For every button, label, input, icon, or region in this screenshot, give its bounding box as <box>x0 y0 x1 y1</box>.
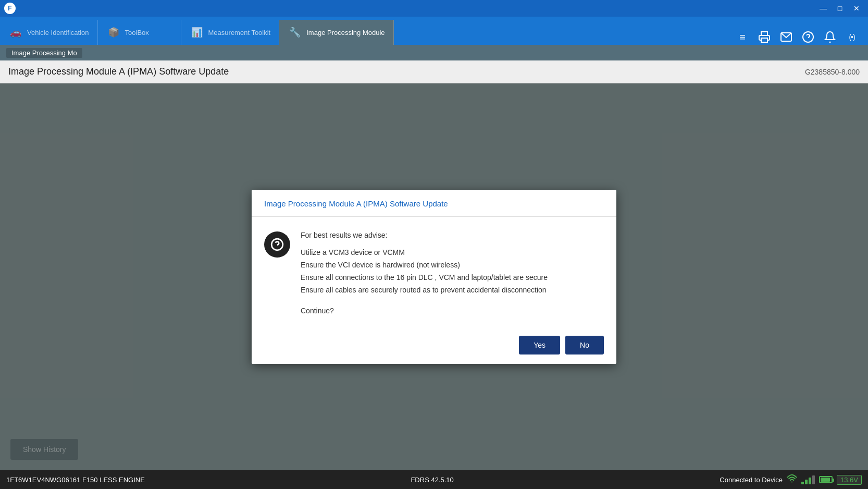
alert-icon[interactable] <box>822 29 838 45</box>
vehicle-identification-icon: 🚗 <box>8 25 23 40</box>
modal-question-icon <box>264 231 290 258</box>
tab-bar: 🚗 Vehicle Identification 📦 ToolBox 📊 Mea… <box>0 17 868 45</box>
advice-line-3: Ensure all connections to the 16 pin DLC… <box>301 272 604 284</box>
measurement-toolkit-icon: 📊 <box>190 25 204 40</box>
mail-icon[interactable] <box>778 29 794 45</box>
signal-bars <box>801 475 815 484</box>
menu-icon[interactable]: ≡ <box>735 29 750 45</box>
tab-image-processing-module[interactable]: 🔧 Image Processing Module <box>279 20 393 45</box>
voltage-display: 13.6V <box>837 475 862 485</box>
print-icon[interactable] <box>757 29 772 45</box>
advice-line-2: Ensure the VCI device is hardwired (not … <box>301 259 604 272</box>
minimize-button[interactable]: — <box>816 3 830 14</box>
connected-to-device-label: Connected to Device <box>720 476 783 484</box>
tab-toolbox[interactable]: 📦 ToolBox <box>98 20 181 45</box>
toolbox-icon: 📦 <box>106 25 121 40</box>
modal-dialog: Image Processing Module A (IPMA) Softwar… <box>252 190 616 364</box>
main-content: Show History Image Processing Module A (… <box>0 83 868 470</box>
status-connection: Connected to Device 13.6V <box>720 474 862 485</box>
modal-header: Image Processing Module A (IPMA) Softwar… <box>252 190 616 217</box>
maximize-button[interactable]: □ <box>833 3 847 14</box>
modal-body: For best results we advise: Utilize a VC… <box>252 217 616 330</box>
status-vehicle-info: 1FT6W1EV4NWG06161 F150 LESS ENGINE <box>6 476 145 484</box>
toolbar: ≡ (•) <box>735 29 868 45</box>
advice-line-4: Ensure all cables are securely routed as… <box>301 284 604 297</box>
page-title: Image Processing Module A (IPMA) Softwar… <box>8 66 229 77</box>
close-button[interactable]: ✕ <box>849 3 864 14</box>
tab-image-processing-label: Image Processing Module <box>306 29 385 36</box>
advise-intro: For best results we advise: <box>301 229 604 242</box>
yes-button[interactable]: Yes <box>519 336 560 354</box>
no-button[interactable]: No <box>565 336 604 354</box>
tab-measurement-toolkit[interactable]: 📊 Measurement Toolkit <box>181 20 280 45</box>
advise-list: Utilize a VCM3 device or VCMM Ensure the… <box>301 247 604 296</box>
battery-icon <box>819 476 833 483</box>
tab-vehicle-identification-label: Vehicle Identification <box>27 29 89 36</box>
modal-title: Image Processing Module A (IPMA) Softwar… <box>264 199 448 208</box>
modal-overlay: Image Processing Module A (IPMA) Softwar… <box>0 83 868 470</box>
page-title-bar: Image Processing Module A (IPMA) Softwar… <box>0 60 868 83</box>
status-version: FDRS 42.5.10 <box>411 476 453 484</box>
tab-measurement-toolkit-label: Measurement Toolkit <box>208 29 271 36</box>
advice-line-1: Utilize a VCM3 device or VCMM <box>301 247 604 259</box>
image-processing-icon: 🔧 <box>288 25 302 40</box>
help-icon[interactable] <box>800 29 816 45</box>
modal-footer: Yes No <box>252 329 616 364</box>
signal-icon[interactable]: (•) <box>844 29 860 45</box>
breadcrumb: Image Processing Mo <box>6 48 82 58</box>
page-code: G2385850-8.000 <box>805 68 860 76</box>
tab-toolbox-label: ToolBox <box>125 29 149 36</box>
app-logo: F <box>4 3 16 14</box>
window-controls: — □ ✕ <box>816 3 864 14</box>
modal-text-content: For best results we advise: Utilize a VC… <box>301 229 604 317</box>
wifi-icon <box>787 474 797 485</box>
breadcrumb-bar: Image Processing Mo <box>0 45 868 60</box>
tab-vehicle-identification[interactable]: 🚗 Vehicle Identification <box>0 20 98 45</box>
status-bar: 1FT6W1EV4NWG06161 F150 LESS ENGINE FDRS … <box>0 470 868 489</box>
title-bar-left: F <box>4 3 16 14</box>
continue-text: Continue? <box>301 305 604 317</box>
title-bar: F — □ ✕ <box>0 0 868 17</box>
